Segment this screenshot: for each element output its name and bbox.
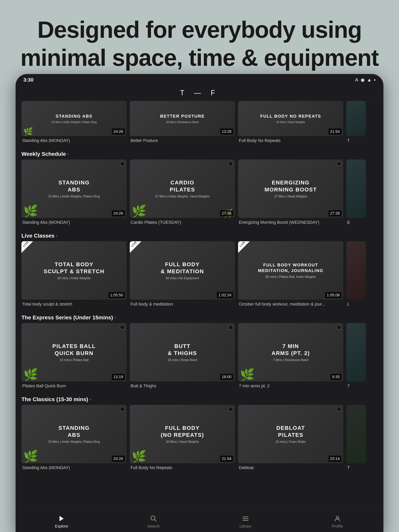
chevron-weekly: › xyxy=(67,152,69,157)
card-better-posture[interactable]: BETTER POSTURE 35 Mins | Resistance Band… xyxy=(130,101,235,143)
wifi-icon: ▲ xyxy=(367,77,372,82)
card-weekly-4[interactable]: E xyxy=(346,159,366,225)
thumb-express-2: BUTT& THIGHS 18 mins | Booty Band 18:00 xyxy=(130,323,235,381)
hero-section: Designed for everybody using minimal spa… xyxy=(0,0,399,83)
tab-explore[interactable]: Explore xyxy=(16,514,108,528)
svg-marker-0 xyxy=(60,516,64,521)
thumb-better-posture: BETTER POSTURE 35 Mins | Resistance Band… xyxy=(130,101,235,136)
thumb-live-3: LIVE FULL BODY WORKOUTMEDITATION, JOURNA… xyxy=(238,241,343,300)
classics-cards-row: 🌿 STANDINGABS 25 Mins | Ankle Weights, P… xyxy=(16,405,383,470)
card-express-2[interactable]: BUTT& THIGHS 18 mins | Booty Band 18:00 … xyxy=(130,323,235,388)
thumb-weekly-1: 🌿 STANDINGABS 25 Mins | Ankle Weights, P… xyxy=(21,159,127,218)
recent-row: 🌿 STANDING ABS 25 Mins | Ankle Weights, … xyxy=(16,101,383,143)
card-classics-4[interactable]: T xyxy=(346,405,366,470)
section-express: The Express Series (Under 15mins) › 🌿 PI… xyxy=(16,310,383,388)
card-label-express-1: Pilates Ball Quick Burn xyxy=(21,383,127,388)
card-label-express-3: 7 min arms pt. 2 xyxy=(238,383,343,388)
thumb-classics-4 xyxy=(346,405,366,463)
status-bar: 3:30 A ◉ ▲ ▪ xyxy=(16,74,383,86)
chevron-express: › xyxy=(115,315,116,320)
tab-profile-label: Profile xyxy=(332,524,343,528)
device-frame: 3:30 A ◉ ▲ ▪ T — F 🌿 STANDING ABS 25 Mi xyxy=(16,74,383,532)
card-classics-2[interactable]: 🌿 FULL BODY(NO REPEATS) 30 Mins | Hand W… xyxy=(130,405,235,470)
card-standing-abs-partial[interactable]: 🌿 STANDING ABS 25 Mins | Ankle Weights, … xyxy=(21,101,127,143)
card-label-2: Better Posture xyxy=(130,138,235,143)
thumb-live-2: LIVE FULL BODY& MEDITATION 60 mins | No … xyxy=(130,241,235,300)
svg-point-6 xyxy=(336,516,339,519)
thumb-standing-abs-partial: 🌿 STANDING ABS 25 Mins | Ankle Weights, … xyxy=(21,101,127,136)
card-partial-4[interactable]: T xyxy=(346,101,366,143)
card-live-3[interactable]: LIVE FULL BODY WORKOUTMEDITATION, JOURNA… xyxy=(238,241,343,307)
tab-explore-label: Explore xyxy=(55,524,68,528)
thumb-express-3: 🌿 7 MINARMS (PT. 2) 7 Mins | Resistance … xyxy=(238,323,343,381)
card-label-weekly-3: Energizing Morning Boost (WEDNESDAY) xyxy=(238,220,343,225)
svg-line-2 xyxy=(154,519,156,521)
express-cards-row: 🌿 PILATES BALLQUICK BURN 10 mins | Pilat… xyxy=(16,323,383,388)
thumb-express-4 xyxy=(346,323,366,381)
library-icon xyxy=(241,514,250,523)
app-header: T — F xyxy=(16,86,383,101)
thumb-weekly-2: 🌿 🌿 CARDIOPILATES 27 Mins | Ankle Weight… xyxy=(130,159,235,218)
section-title-live[interactable]: Live Classes › xyxy=(16,229,383,241)
thumb-full-body-norepeats: FULL BODY NO REPEATS 20 Mins | Hand Weig… xyxy=(238,101,343,136)
tab-search-label: Search xyxy=(147,524,160,528)
explore-icon xyxy=(57,514,66,523)
section-weekly-schedule: Weekly Schedule › 🌿 STANDINGABS 25 Mins … xyxy=(16,147,383,225)
thumb-express-1: 🌿 PILATES BALLQUICK BURN 10 mins | Pilat… xyxy=(21,323,127,381)
card-label-3: Full Body No Repeats xyxy=(238,138,343,143)
card-classics-1[interactable]: 🌿 STANDINGABS 25 Mins | Ankle Weights, P… xyxy=(21,405,127,470)
card-label-weekly-2: Cardio Pilates (TUESDAY) xyxy=(130,220,235,225)
thumb-classics-1: 🌿 STANDINGABS 25 Mins | Ankle Weights, P… xyxy=(21,405,127,463)
profile-icon xyxy=(333,514,342,523)
card-weekly-2[interactable]: 🌿 🌿 CARDIOPILATES 27 Mins | Ankle Weight… xyxy=(130,159,235,225)
thumb-classics-3: DEBLOATPILATES 23 mins | Foam Roller 23:… xyxy=(238,405,343,463)
card-express-3[interactable]: 🌿 7 MINARMS (PT. 2) 7 Mins | Resistance … xyxy=(238,323,343,388)
icon-a: A xyxy=(355,77,358,82)
live-cards-row: LIVE TOTAL BODYSCULPT & STRETCH 50 mins … xyxy=(16,241,383,307)
section-live-classes: Live Classes › LIVE TOTAL BODYSCULPT & S… xyxy=(16,229,383,307)
card-live-2[interactable]: LIVE FULL BODY& MEDITATION 60 mins | No … xyxy=(130,241,235,307)
thumb-classics-2: 🌿 FULL BODY(NO REPEATS) 30 Mins | Hand W… xyxy=(130,405,235,463)
chevron-live: › xyxy=(56,233,58,238)
card-full-body-norepeats[interactable]: FULL BODY NO REPEATS 20 Mins | Hand Weig… xyxy=(238,101,343,143)
card-weekly-3[interactable]: ENERGIZINGMORNING BOOST 27 Mins | Head W… xyxy=(238,159,343,225)
section-title-weekly[interactable]: Weekly Schedule › xyxy=(16,147,383,159)
tab-library-label: Library xyxy=(239,524,251,528)
card-express-4[interactable]: 7 xyxy=(346,323,366,388)
thumb-partial-4 xyxy=(346,101,366,136)
section-title-classics[interactable]: The Classics (15-30 mins) › xyxy=(16,392,383,405)
section-classics: The Classics (15-30 mins) › 🌿 STANDINGAB… xyxy=(16,392,383,470)
card-label-classics-1: Standing Abs (MONDAY) xyxy=(21,465,127,470)
card-express-1[interactable]: 🌿 PILATES BALLQUICK BURN 10 mins | Pilat… xyxy=(21,323,127,388)
chevron-classics: › xyxy=(90,397,91,402)
card-label-live-3: October full body workout, meditation & … xyxy=(238,302,343,307)
battery-icon: ▪ xyxy=(374,77,376,82)
tab-search[interactable]: Search xyxy=(108,514,200,528)
thumb-weekly-3: ENERGIZINGMORNING BOOST 27 Mins | Head W… xyxy=(238,159,343,218)
app-logo: T — F xyxy=(16,89,383,97)
card-label-classics-3: Debloat xyxy=(238,465,343,470)
weekly-cards-row: 🌿 STANDINGABS 25 Mins | Ankle Weights, P… xyxy=(16,159,383,225)
scroll-content[interactable]: 🌿 STANDING ABS 25 Mins | Ankle Weights, … xyxy=(16,101,383,510)
search-icon xyxy=(149,514,158,523)
tab-library[interactable]: Library xyxy=(200,514,291,528)
thumb-live-1: LIVE TOTAL BODYSCULPT & STRETCH 50 mins … xyxy=(21,241,127,300)
status-time: 3:30 xyxy=(23,77,33,83)
thumb-live-4 xyxy=(346,241,366,300)
tab-bar: Explore Search Library xyxy=(16,511,383,532)
thumb-weekly-4 xyxy=(346,159,366,218)
section-recent: 🌿 STANDING ABS 25 Mins | Ankle Weights, … xyxy=(16,101,383,143)
card-classics-3[interactable]: DEBLOATPILATES 23 mins | Foam Roller 23:… xyxy=(238,405,343,470)
hero-title: Designed for everybody using minimal spa… xyxy=(19,16,380,72)
card-label-express-2: Butt & Thighs xyxy=(130,383,235,388)
card-live-4[interactable]: L xyxy=(346,241,366,307)
icon-circle: ◉ xyxy=(361,77,365,82)
card-label-weekly-1: Standing Abs (MONDAY) xyxy=(21,220,127,225)
card-live-1[interactable]: LIVE TOTAL BODYSCULPT & STRETCH 50 mins … xyxy=(21,241,127,307)
section-title-express[interactable]: The Express Series (Under 15mins) › xyxy=(16,310,383,323)
card-label-classics-2: Full Body No Repeats xyxy=(130,465,235,470)
status-icons: A ◉ ▲ ▪ xyxy=(355,77,376,82)
tab-profile[interactable]: Profile xyxy=(291,514,383,528)
card-label-1: Standing Abs (MONDAY) xyxy=(21,138,127,143)
card-weekly-1[interactable]: 🌿 STANDINGABS 25 Mins | Ankle Weights, P… xyxy=(21,159,127,225)
